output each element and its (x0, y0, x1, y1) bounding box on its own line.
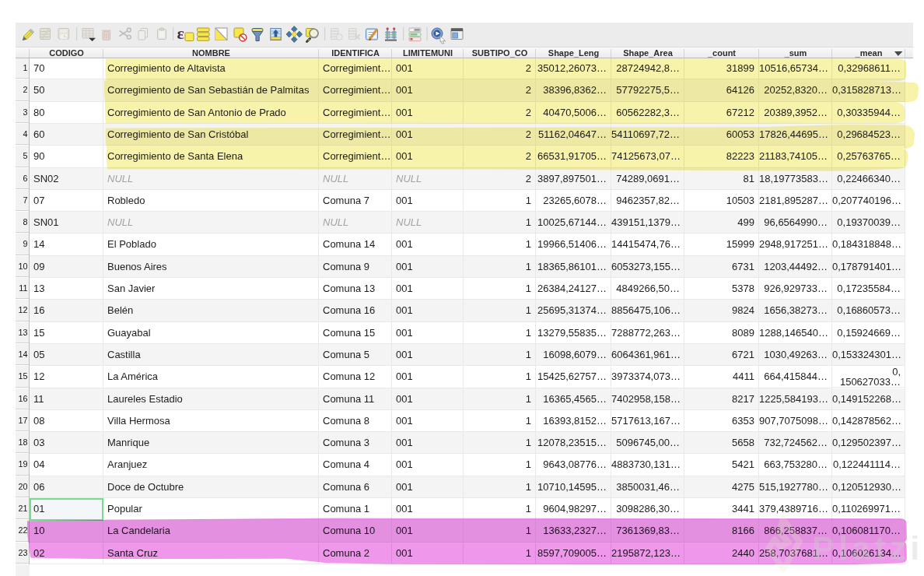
svg-text:ε: ε (177, 23, 184, 43)
